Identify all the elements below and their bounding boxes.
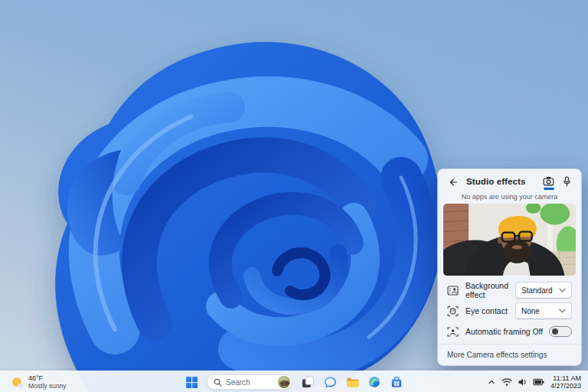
eye-contact-label: Eye contact	[466, 306, 515, 315]
clock-time: 11:11 AM	[550, 374, 581, 383]
eye-contact-row: Eye contact None	[447, 302, 572, 319]
taskbar: 46°F Mostly sunny	[0, 371, 588, 392]
search-icon	[214, 378, 222, 387]
weather-temperature: 46°F	[28, 374, 67, 382]
store-icon	[390, 376, 403, 388]
camera-icon	[543, 176, 554, 186]
weather-condition: Mostly sunny	[28, 382, 67, 390]
camera-preview	[443, 204, 576, 276]
windows-logo-icon	[185, 376, 198, 389]
automatic-framing-icon	[447, 326, 459, 338]
search-placeholder: Search	[226, 378, 274, 387]
tab-camera[interactable]	[543, 176, 554, 190]
camera-preview-image	[443, 204, 576, 276]
clock-date: 4/27/2023	[550, 382, 581, 390]
battery-icon	[533, 378, 544, 386]
background-effect-value: Standard	[521, 286, 553, 295]
effects-rows: Background effect Standard	[438, 282, 581, 344]
chevron-up-icon	[487, 377, 496, 387]
automatic-framing-label: Automatic framing	[466, 327, 533, 336]
file-explorer-icon	[346, 376, 359, 389]
search-highlight-image	[278, 376, 290, 388]
store-button[interactable]	[387, 373, 407, 391]
automatic-framing-row: Automatic framing Off	[447, 323, 572, 340]
back-button[interactable]	[447, 176, 459, 188]
start-button[interactable]	[181, 373, 201, 391]
desktop: Studio effects No apps are using your ca…	[0, 0, 588, 392]
tab-camera-underline	[544, 188, 554, 190]
tab-microphone[interactable]	[561, 176, 572, 191]
camera-status-text: No apps are using your camera	[438, 193, 581, 201]
more-camera-settings-link[interactable]: More Camera effects settings	[438, 344, 581, 365]
automatic-framing-toggle[interactable]	[549, 326, 572, 337]
background-effect-row: Background effect Standard	[447, 282, 572, 299]
panel-title: Studio effects	[466, 176, 536, 188]
weather-icon	[11, 376, 24, 389]
studio-effects-panel: Studio effects No apps are using your ca…	[437, 168, 582, 366]
chat-icon	[324, 376, 337, 389]
tab-microphone-underline	[561, 188, 572, 191]
task-view-button[interactable]	[298, 373, 318, 391]
toggle-knob	[552, 328, 558, 335]
automatic-framing-state: Off	[533, 328, 543, 336]
background-effect-label: Background effect	[466, 281, 515, 299]
background-effect-dropdown[interactable]: Standard	[515, 282, 572, 299]
clock[interactable]: 11:11 AM 4/27/2023	[547, 373, 584, 392]
edge-icon	[368, 376, 381, 388]
background-effect-icon	[447, 285, 459, 296]
panel-header: Studio effects	[438, 169, 581, 191]
search-box[interactable]: Search	[207, 374, 292, 390]
chat-button[interactable]	[320, 373, 340, 391]
volume-tray-button[interactable]	[515, 375, 530, 389]
network-tray-button[interactable]	[499, 375, 514, 389]
eye-contact-icon	[447, 305, 459, 317]
wifi-icon	[501, 377, 512, 387]
back-arrow-icon	[448, 177, 459, 188]
task-view-icon	[302, 376, 314, 388]
chevron-down-icon	[559, 288, 566, 292]
eye-contact-dropdown[interactable]: None	[515, 302, 572, 319]
microphone-icon	[562, 176, 572, 187]
file-explorer-button[interactable]	[342, 373, 362, 391]
edge-button[interactable]	[364, 373, 384, 391]
weather-widget[interactable]: 46°F Mostly sunny	[6, 373, 71, 391]
battery-tray-button[interactable]	[531, 376, 547, 388]
speaker-icon	[518, 377, 528, 387]
chevron-down-icon	[559, 309, 566, 313]
eye-contact-value: None	[521, 307, 540, 315]
hidden-icons-button[interactable]	[485, 375, 498, 389]
